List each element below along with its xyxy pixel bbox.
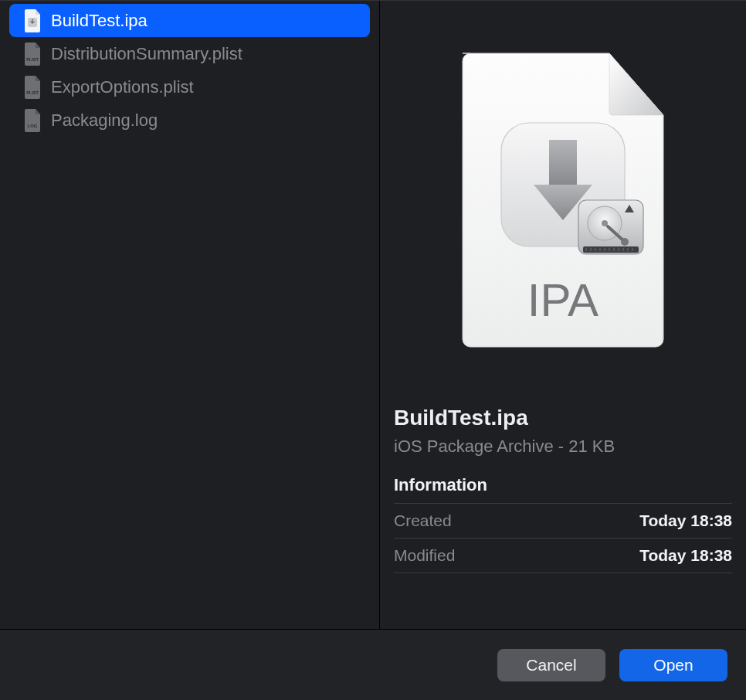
preview-filename: BuildTest.ipa [394, 406, 732, 430]
open-button[interactable]: Open [619, 649, 727, 681]
file-name-label: BuildTest.ipa [51, 11, 359, 31]
log-file-icon: LOG [23, 109, 42, 132]
ipa-preview-icon: IPA [447, 46, 679, 355]
file-name-label: DistributionSummary.plist [51, 44, 359, 64]
file-list: BuildTest.ipa PLIST DistributionSummary.… [0, 1, 380, 629]
file-row[interactable]: PLIST DistributionSummary.plist [9, 37, 370, 70]
plist-file-icon: PLIST [23, 42, 42, 66]
ipa-file-icon [23, 9, 42, 32]
dialog-footer: Cancel Open [0, 629, 746, 700]
preview-subtitle: iOS Package Archive - 21 KB [394, 437, 732, 457]
svg-rect-5 [549, 140, 577, 186]
info-value: Today 18:38 [639, 546, 732, 565]
info-row-modified: Modified Today 18:38 [394, 538, 732, 573]
preview-pane: IPA BuildTest.ipa iOS Package Archive - … [380, 1, 746, 629]
info-label: Created [394, 511, 452, 530]
svg-rect-10 [583, 246, 639, 253]
dialog-content: BuildTest.ipa PLIST DistributionSummary.… [0, 1, 746, 629]
svg-point-9 [621, 238, 629, 246]
info-row-created: Created Today 18:38 [394, 503, 732, 538]
info-heading: Information [394, 475, 732, 495]
plist-file-icon: PLIST [23, 76, 42, 99]
info-value: Today 18:38 [639, 511, 732, 530]
svg-text:PLIST: PLIST [26, 90, 39, 95]
svg-text:LOG: LOG [28, 124, 38, 128]
svg-text:PLIST: PLIST [26, 57, 39, 62]
preview-icon-wrap: IPA [394, 22, 732, 378]
file-open-dialog: BuildTest.ipa PLIST DistributionSummary.… [0, 0, 746, 700]
file-row[interactable]: PLIST ExportOptions.plist [9, 70, 370, 104]
ipa-icon-label: IPA [527, 274, 598, 326]
info-label: Modified [394, 546, 455, 565]
file-row[interactable]: LOG Packaging.log [9, 104, 370, 137]
file-name-label: Packaging.log [51, 110, 359, 131]
cancel-button[interactable]: Cancel [497, 649, 605, 681]
file-name-label: ExportOptions.plist [51, 77, 359, 97]
file-row[interactable]: BuildTest.ipa [9, 4, 370, 37]
